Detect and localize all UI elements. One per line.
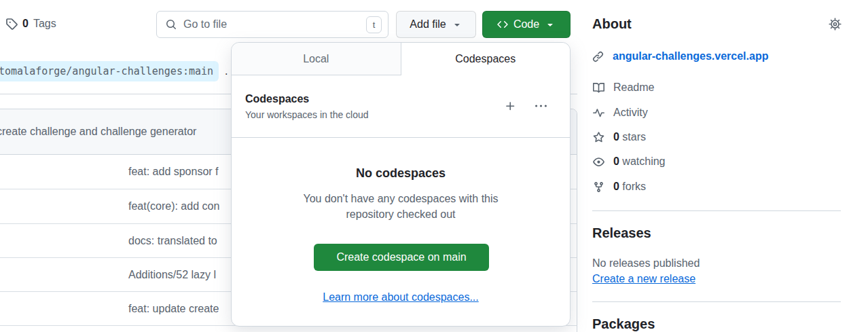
book-icon (592, 82, 604, 94)
stars-count: 0 (613, 131, 619, 143)
sidebar-item-activity[interactable]: Activity (592, 107, 648, 119)
website-link[interactable]: angular-challenges.vercel.app (613, 50, 768, 62)
divider (592, 210, 841, 211)
go-to-file-search[interactable]: t (156, 11, 388, 38)
codespaces-header: Codespaces Your workspaces in the cloud (232, 75, 570, 138)
eye-icon (592, 156, 604, 168)
tab-local[interactable]: Local (232, 43, 401, 75)
star-icon (592, 132, 604, 143)
create-codespace-button[interactable]: Create codespace on main (314, 244, 489, 271)
branch-ref-code[interactable]: tomalaforge/angular-challenges:main (0, 61, 219, 81)
sidebar-item-forks[interactable]: 0 forks (592, 181, 646, 193)
sidebar-item-readme[interactable]: Readme (592, 81, 654, 94)
gear-icon[interactable] (829, 18, 842, 31)
tags-count: 0 (22, 18, 29, 30)
sidebar-item-label: stars (622, 131, 646, 143)
fork-icon (592, 181, 604, 193)
link-icon (592, 51, 604, 62)
sidebar-item-label: Activity (613, 107, 648, 119)
learn-more-link[interactable]: Learn more about codespaces... (323, 291, 478, 303)
search-icon (166, 19, 177, 30)
tab-codespaces-label: Codespaces (455, 53, 516, 65)
commit-message[interactable]: feat: update create (128, 303, 219, 315)
code-popover: Local Codespaces Codespaces Your workspa… (231, 42, 571, 327)
code-popover-tabs: Local Codespaces (232, 43, 570, 75)
plus-icon (505, 100, 516, 112)
forks-count: 0 (613, 181, 619, 192)
watching-count: 0 (613, 155, 619, 167)
create-release-link[interactable]: Create a new release (592, 273, 695, 284)
table-row (0, 326, 577, 332)
commit-message[interactable]: Additions/52 lazy l (128, 269, 216, 281)
add-file-label: Add file (410, 18, 446, 31)
add-file-button[interactable]: Add file (396, 11, 476, 38)
chevron-down-icon (545, 19, 556, 30)
sidebar-item-watching[interactable]: 0 watching (592, 155, 666, 168)
sidebar-item-label: watching (622, 155, 665, 167)
tags-label: Tags (33, 18, 56, 30)
commit-message[interactable]: docs: translated to (128, 235, 217, 247)
codespaces-options-button[interactable] (535, 100, 547, 112)
create-codespace-label: Create codespace on main (336, 251, 466, 263)
latest-commit-message[interactable]: create challenge and challenge generator (0, 126, 196, 138)
chevron-down-icon (452, 19, 463, 30)
shortcut-key-badge: t (366, 16, 382, 33)
releases-empty-text: No releases published (592, 257, 700, 270)
tab-local-label: Local (303, 53, 329, 65)
kebab-icon (535, 100, 547, 112)
divider (592, 301, 841, 302)
code-button-label: Code (513, 18, 539, 31)
sidebar-item-label: Readme (613, 81, 654, 94)
code-button[interactable]: Code (482, 11, 571, 38)
empty-state-description: You don't have any codespaces with this … (291, 191, 510, 222)
branch-status-bar: tomalaforge/angular-challenges:main . (0, 61, 228, 81)
sidebar-item-label: forks (622, 181, 646, 192)
empty-state-title: No codespaces (232, 166, 570, 181)
new-codespace-button[interactable] (505, 100, 516, 112)
pulse-icon (592, 107, 604, 119)
commit-message[interactable]: feat: add sponsor f (128, 166, 219, 178)
branch-status-suffix: . (225, 65, 228, 77)
about-heading: About (592, 16, 632, 32)
codespaces-title: Codespaces (245, 93, 369, 105)
tab-codespaces[interactable]: Codespaces (401, 43, 571, 75)
commit-message[interactable]: feat(core): add con (128, 200, 219, 213)
tag-icon (5, 18, 18, 30)
repo-sidebar: About angular (592, 0, 841, 332)
code-icon (497, 19, 508, 30)
tags-link[interactable]: 0 Tags (5, 18, 56, 30)
codespaces-subtitle: Your workspaces in the cloud (245, 109, 369, 120)
releases-heading: Releases (592, 225, 651, 241)
sidebar-item-stars[interactable]: 0 stars (592, 131, 646, 143)
github-repo-page: 0 Tags t Add file Code tomalaforge/angul… (0, 0, 868, 332)
website-row: angular-challenges.vercel.app (592, 50, 768, 62)
packages-heading: Packages (592, 316, 655, 332)
search-input[interactable] (183, 18, 366, 31)
